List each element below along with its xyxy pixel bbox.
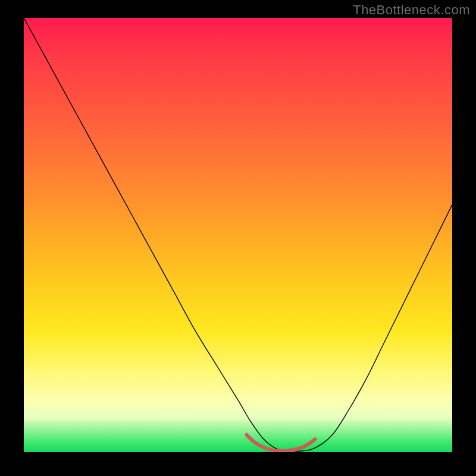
series-bottleneck-floor-marker — [246, 435, 315, 451]
chart-svg — [24, 18, 452, 452]
watermark-label: TheBottleneck.com — [353, 2, 470, 18]
plot-area — [24, 18, 452, 452]
chart-frame: TheBottleneck.com — [0, 0, 476, 476]
series-bottleneck-curve — [24, 18, 452, 451]
